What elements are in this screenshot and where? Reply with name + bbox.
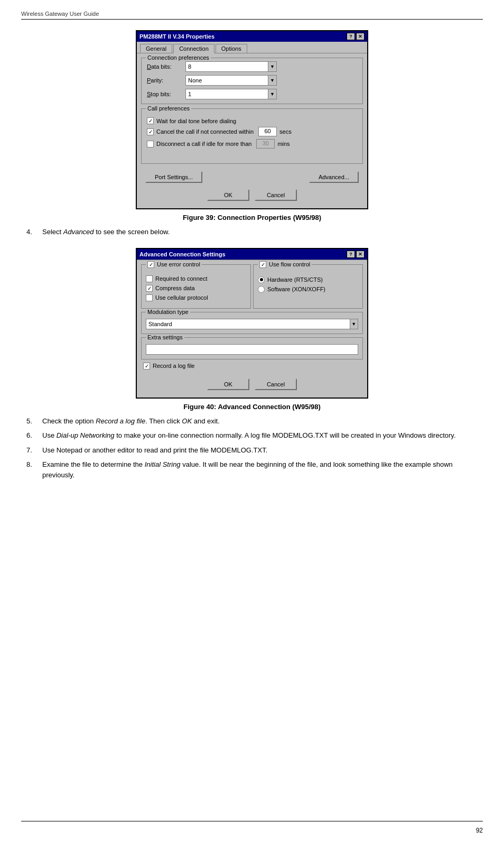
- wait-dial-tone-label: Wait for dial tone before dialing: [156, 118, 236, 124]
- step7-text: Use Notepad or another editor to read an…: [42, 445, 478, 456]
- hardware-radio[interactable]: [258, 276, 265, 283]
- stop-bits-value: 1: [186, 89, 268, 99]
- flow-control-checkbox[interactable]: [259, 261, 266, 268]
- step5-num: 5.: [26, 416, 37, 427]
- tab-bar: General Connection Options: [137, 42, 367, 53]
- adv-ok-cancel-row: OK Cancel: [141, 375, 363, 393]
- tab-options[interactable]: Options: [216, 44, 247, 53]
- software-label: Software (XON/XOFF): [267, 286, 325, 292]
- cellular-protocol-row: Use cellular protocol: [146, 294, 246, 301]
- tab-connection[interactable]: Connection: [173, 44, 214, 53]
- adv-ok-button[interactable]: OK: [207, 378, 249, 390]
- record-log-row: Record a log file: [141, 363, 363, 373]
- tab-general[interactable]: General: [140, 44, 172, 53]
- step8: 8. Examine the file to determine the Ini…: [26, 459, 478, 480]
- cancel-call-input[interactable]: 60: [258, 127, 277, 136]
- adv-title: Advanced Connection Settings: [139, 251, 226, 257]
- figure-39-container: PM288MT II V.34 Properties ? ✕ General C…: [21, 30, 483, 221]
- cancel-call-checkbox[interactable]: [147, 128, 154, 135]
- figure-39-caption: Figure 39: Connection Properties (W95/98…: [183, 214, 321, 221]
- cancel-button[interactable]: Cancel: [255, 189, 297, 201]
- advanced-button[interactable]: Advanced...: [309, 171, 359, 183]
- record-log-label: Record a log file: [153, 363, 195, 369]
- adv-cancel-button[interactable]: Cancel: [255, 378, 297, 390]
- step5: 5. Check the option Record a log file. T…: [26, 416, 478, 427]
- page-header: Wireless Gateway User Guide: [21, 11, 483, 20]
- step6-num: 6.: [26, 430, 37, 441]
- dialog-title: PM288MT II V.34 Properties: [139, 33, 214, 40]
- step8-italic: Initial String: [145, 460, 181, 468]
- modulation-value: Standard: [146, 319, 350, 329]
- stop-bits-row: Stop bits: 1 ▼: [147, 89, 357, 99]
- compress-data-row: Compress data: [146, 285, 246, 292]
- stop-bits-select[interactable]: 1 ▼: [185, 89, 277, 99]
- compress-data-checkbox[interactable]: [146, 285, 153, 292]
- data-bits-row: Data bits: 8 ▼: [147, 61, 357, 72]
- step4-text: Select Advanced to see the screen below.: [42, 227, 478, 237]
- record-log-checkbox[interactable]: [143, 363, 150, 369]
- figure-40-caption: Figure 40: Advanced Connection (W95/98): [183, 403, 321, 411]
- parity-select[interactable]: None ▼: [185, 75, 277, 86]
- disconnect-unit: mins: [277, 141, 290, 147]
- adv-titlebar-buttons: ? ✕: [347, 251, 365, 258]
- call-prefs-label: Call preferences: [146, 105, 191, 112]
- disconnect-input[interactable]: 30: [256, 139, 275, 149]
- modulation-dropdown-arrow[interactable]: ▼: [350, 319, 358, 329]
- step6-text: Use Dial-up Networking to make your on-l…: [42, 430, 478, 441]
- disconnect-checkbox[interactable]: [147, 141, 154, 147]
- figure-40-dialog: Advanced Connection Settings ? ✕ Use err…: [136, 248, 368, 399]
- modulation-select[interactable]: Standard ▼: [146, 319, 358, 329]
- data-bits-dropdown-arrow[interactable]: ▼: [268, 62, 276, 71]
- hardware-radio-row: Hardware (RTS/CTS): [258, 276, 358, 283]
- adv-close-button[interactable]: ✕: [356, 251, 365, 258]
- disconnect-row: Disconnect a call if idle for more than …: [147, 139, 357, 149]
- cancel-call-unit: secs: [279, 128, 292, 135]
- dialog-body: Connection preferences Data bits: 8 ▼ Pa…: [137, 53, 367, 208]
- adv-titlebar: Advanced Connection Settings ? ✕: [137, 249, 367, 260]
- step8-text: Examine the file to determine the Initia…: [42, 459, 478, 480]
- figure-39-dialog: PM288MT II V.34 Properties ? ✕ General C…: [136, 30, 368, 209]
- software-radio[interactable]: [258, 286, 265, 293]
- figure-40-container: Advanced Connection Settings ? ✕ Use err…: [21, 248, 483, 411]
- titlebar-buttons: ? ✕: [347, 33, 365, 40]
- step4-num: 4.: [26, 227, 37, 237]
- disconnect-label: Disconnect a call if idle for more than: [156, 141, 251, 147]
- cellular-protocol-checkbox[interactable]: [146, 294, 153, 301]
- cellular-protocol-label: Use cellular protocol: [155, 294, 208, 301]
- extra-settings-input[interactable]: [146, 344, 358, 355]
- step4-container: 4. Select Advanced to see the screen bel…: [21, 227, 483, 237]
- page-number: 92: [476, 827, 483, 834]
- help-button[interactable]: ?: [347, 33, 355, 40]
- required-connect-row: Required to connect: [146, 275, 246, 282]
- data-bits-label: Data bits:: [147, 63, 181, 70]
- step7-num: 7.: [26, 445, 37, 456]
- cancel-call-label: Cancel the call if not connected within: [156, 128, 254, 135]
- main-buttons-row: Port Settings... Advanced...: [141, 168, 363, 186]
- software-radio-row: Software (XON/XOFF): [258, 286, 358, 293]
- parity-row: Parity: None ▼: [147, 75, 357, 86]
- error-control-checkbox[interactable]: [147, 261, 154, 268]
- step5-italic: Record a log file: [96, 417, 145, 425]
- adv-body: Use error control Required to connect Co…: [137, 260, 367, 398]
- parity-dropdown-arrow[interactable]: ▼: [268, 76, 276, 85]
- required-connect-label: Required to connect: [155, 275, 207, 282]
- modulation-label: Modulation type: [146, 309, 190, 315]
- data-bits-select[interactable]: 8 ▼: [185, 61, 277, 72]
- step4-italic: Advanced: [63, 228, 94, 236]
- data-bits-value: 8: [186, 62, 268, 71]
- close-button[interactable]: ✕: [356, 33, 365, 40]
- wait-dial-tone-checkbox[interactable]: [147, 117, 154, 124]
- port-settings-button[interactable]: Port Settings...: [145, 171, 202, 183]
- ok-button[interactable]: OK: [207, 189, 249, 201]
- flow-control-col: Use flow control Hardware (RTS/CTS) Soft…: [253, 264, 363, 309]
- stop-bits-dropdown-arrow[interactable]: ▼: [268, 89, 276, 99]
- flow-control-label: Use flow control: [258, 261, 312, 268]
- stop-bits-label: Stop bits:: [147, 91, 181, 97]
- dialog-titlebar: PM288MT II V.34 Properties ? ✕: [137, 31, 367, 42]
- adv-help-button[interactable]: ?: [347, 251, 355, 258]
- extra-settings-label: Extra settings: [146, 334, 184, 340]
- required-connect-checkbox[interactable]: [146, 275, 153, 282]
- step6: 6. Use Dial-up Networking to make your o…: [26, 430, 478, 441]
- cancel-call-row: Cancel the call if not connected within …: [147, 127, 357, 136]
- step4: 4. Select Advanced to see the screen bel…: [26, 227, 478, 237]
